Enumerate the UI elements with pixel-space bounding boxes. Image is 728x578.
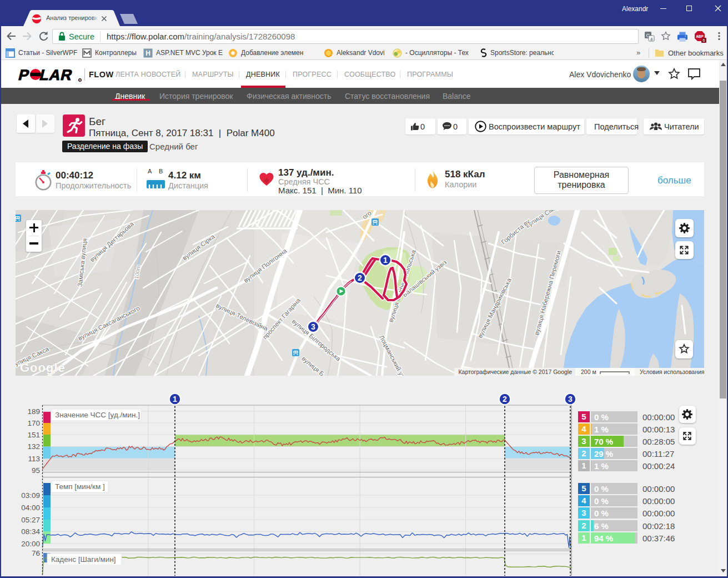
svg-text:1: 1: [173, 395, 177, 403]
svg-text:Google: Google: [20, 361, 66, 375]
svg-text:189: 189: [27, 407, 40, 416]
svg-text:76: 76: [32, 549, 40, 557]
svg-text:2: 2: [358, 273, 362, 282]
svg-text:P: P: [17, 66, 31, 83]
svg-text:3: 3: [311, 322, 315, 331]
svg-text:151: 151: [27, 431, 40, 439]
svg-text:H: H: [145, 49, 150, 57]
svg-text:170: 170: [27, 419, 40, 427]
svg-text:Картографические данные © 2017: Картографические данные © 2017 Google: [458, 368, 572, 375]
svg-text:95: 95: [32, 466, 40, 475]
svg-text:Каденс [Шаги/мин]: Каденс [Шаги/мин]: [51, 555, 116, 564]
svg-text:Условия использования: Условия использования: [640, 368, 704, 375]
svg-text:2: 2: [503, 395, 507, 403]
svg-text:132: 132: [27, 442, 40, 451]
svg-text:Значение ЧСС [уд./мин.]: Значение ЧСС [уд./мин.]: [55, 411, 140, 419]
svg-text:03:09: 03:09: [21, 491, 40, 500]
svg-text:த: த: [650, 36, 653, 41]
svg-text:3: 3: [568, 395, 573, 403]
svg-text:Темп [мин/км ]: Темп [мин/км ]: [55, 482, 105, 491]
svg-text:113: 113: [28, 455, 40, 463]
svg-text:ABP: ABP: [696, 34, 704, 38]
svg-text:08:34: 08:34: [21, 527, 40, 536]
svg-text:1: 1: [383, 256, 388, 265]
svg-text:05:27: 05:27: [21, 516, 40, 524]
svg-text:LAR: LAR: [38, 66, 74, 83]
svg-text:6: 6: [703, 38, 705, 42]
svg-text:R: R: [79, 78, 82, 82]
svg-text:20:00: 20:00: [21, 540, 40, 548]
svg-text:04:00: 04:00: [21, 504, 40, 512]
svg-text:200 м: 200 м: [581, 368, 596, 375]
